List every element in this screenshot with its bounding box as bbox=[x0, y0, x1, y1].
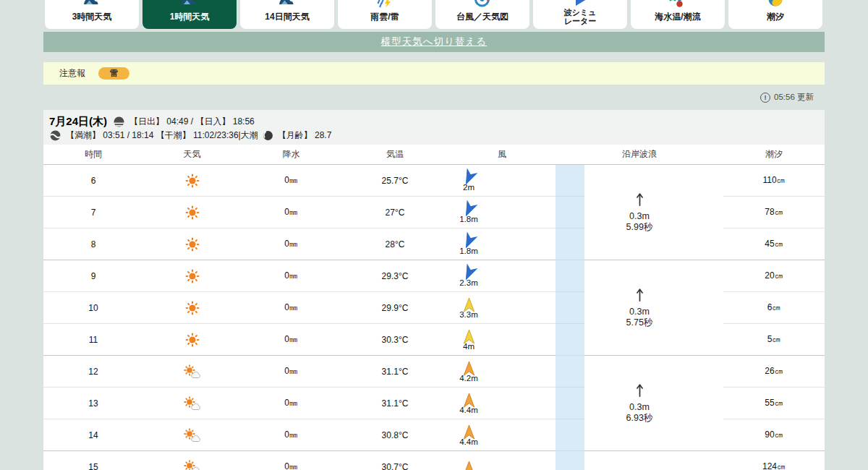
hourly-rows: 6 0㎜ 25.7°C 2m 7 0㎜ 27°C bbox=[43, 165, 556, 470]
sunrise-icon bbox=[113, 116, 125, 128]
tide-wave-icon bbox=[49, 129, 61, 142]
tab-label: 波シミュレーター bbox=[564, 9, 597, 26]
layout-switch-bar: 横型天気へ切り替える bbox=[43, 32, 825, 52]
col-header-weather: 天気 bbox=[143, 148, 241, 161]
wind-cell: 4.4m bbox=[448, 393, 556, 414]
wind-cell: 1.8m bbox=[448, 202, 556, 223]
advisory-label: 注意報 bbox=[59, 67, 85, 80]
wind-cell: 4.4m bbox=[448, 424, 556, 446]
wind-cell: 1.8m bbox=[448, 234, 556, 255]
tab-icon bbox=[473, 0, 492, 9]
time-cell: 12 bbox=[43, 367, 143, 377]
weather-icon bbox=[143, 269, 241, 283]
temp-cell: 25.7°C bbox=[341, 176, 448, 186]
precip-cell: 0㎜ bbox=[241, 461, 341, 470]
weather-icon bbox=[143, 301, 241, 315]
precip-cell: 0㎜ bbox=[241, 174, 341, 187]
col-header-wave: 沿岸波浪 bbox=[556, 148, 723, 161]
tide-cell: 45㎝ bbox=[723, 228, 825, 260]
wind-direction-icon bbox=[461, 265, 477, 281]
switch-layout-link[interactable]: 横型天気へ切り替える bbox=[381, 35, 487, 48]
tab-typhoon[interactable]: 台風／天気図 bbox=[435, 0, 529, 29]
wind-cell: 4m bbox=[448, 329, 556, 351]
weather-page: 3時間天気 1時間天気 14日間天気 雨雲/雷 台風／天気図 波シミュレーター bbox=[43, 0, 825, 470]
tab-label-line: レーター bbox=[564, 17, 597, 26]
time-cell: 8 bbox=[43, 239, 143, 249]
tab-icon bbox=[668, 0, 687, 9]
wave-direction-icon bbox=[635, 192, 644, 210]
update-time-label: 05:56 更新 bbox=[774, 92, 814, 103]
temp-cell: 30.8°C bbox=[341, 430, 448, 440]
wave-height-band bbox=[556, 165, 584, 470]
tab-14day[interactable]: 14日間天気 bbox=[240, 0, 334, 29]
time-cell: 14 bbox=[43, 430, 143, 440]
weather-icon bbox=[143, 237, 241, 252]
advisory-badge-thunder[interactable]: 雷 bbox=[98, 67, 129, 80]
time-cell: 10 bbox=[43, 303, 143, 313]
tab-label: 3時間天気 bbox=[72, 11, 112, 23]
forecast-table: 6 0㎜ 25.7°C 2m 7 0㎜ 27°C bbox=[43, 165, 825, 470]
temp-cell: 31.1°C bbox=[341, 367, 448, 377]
tide-cell: 110㎝ bbox=[723, 165, 825, 197]
date-label: 7月24日(木) bbox=[49, 115, 107, 129]
precip-cell: 0㎜ bbox=[241, 365, 341, 377]
temp-cell: 29.3°C bbox=[341, 271, 448, 281]
tide-cell: 26㎝ bbox=[723, 356, 825, 388]
tab-sea-temp[interactable]: 海水温/潮流 bbox=[631, 0, 725, 29]
table-row: 6 0㎜ 25.7°C 2m bbox=[43, 165, 556, 197]
tab-label: 潮汐 bbox=[767, 11, 784, 23]
update-time-row: ! 05:56 更新 bbox=[43, 85, 825, 110]
col-header-tide: 潮汐 bbox=[723, 148, 825, 161]
time-cell: 7 bbox=[43, 208, 143, 218]
weather-tab-bar: 3時間天気 1時間天気 14日間天気 雨雲/雷 台風／天気図 波シミュレーター bbox=[45, 0, 825, 29]
info-icon[interactable]: ! bbox=[760, 93, 770, 103]
tab-label: 台風／天気図 bbox=[456, 11, 509, 23]
precip-cell: 0㎜ bbox=[241, 333, 341, 346]
temp-cell: 27°C bbox=[341, 208, 448, 218]
time-cell: 11 bbox=[43, 335, 143, 345]
wind-cell: 4.2m bbox=[448, 361, 556, 383]
wind-direction-icon bbox=[461, 461, 477, 470]
table-row: 15 0㎜ 30.7°C bbox=[43, 451, 556, 470]
tide-cell: 6㎝ bbox=[723, 292, 825, 324]
col-header-temp: 気温 bbox=[341, 148, 448, 161]
wave-direction-icon bbox=[635, 287, 644, 305]
time-cell: 15 bbox=[43, 462, 143, 470]
weather-icon bbox=[143, 333, 241, 347]
tide-cell: 124㎝ bbox=[723, 451, 825, 470]
table-row: 14 0㎜ 30.8°C 4.4m bbox=[43, 419, 556, 451]
temp-cell: 28°C bbox=[341, 239, 448, 249]
time-cell: 9 bbox=[43, 271, 143, 281]
precip-cell: 0㎜ bbox=[241, 206, 341, 218]
precip-cell: 0㎜ bbox=[241, 397, 341, 409]
precip-cell: 0㎜ bbox=[241, 302, 341, 314]
wind-cell: 2.3m bbox=[448, 265, 556, 287]
moon-age: 【月齢】 28.7 bbox=[278, 129, 332, 142]
table-row: 13 0㎜ 31.1°C 4.4m bbox=[43, 388, 556, 419]
tab-3hour[interactable]: 3時間天気 bbox=[45, 0, 139, 29]
tab-icon bbox=[180, 0, 199, 9]
date-header: 7月24日(木) 【日出】 04:49 / 【日入】 18:56 bbox=[43, 110, 825, 145]
wind-cell bbox=[448, 461, 556, 470]
wind-direction-icon bbox=[461, 234, 477, 249]
tide-cell: 78㎝ bbox=[723, 197, 825, 228]
weather-icon bbox=[143, 205, 241, 220]
tab-icon bbox=[82, 0, 101, 9]
moon-icon bbox=[263, 130, 273, 141]
table-row: 7 0㎜ 27°C 1.8m bbox=[43, 197, 556, 228]
wind-direction-icon bbox=[461, 361, 477, 376]
tide-cell: 55㎝ bbox=[723, 388, 825, 419]
wind-direction-icon bbox=[461, 424, 477, 440]
advisory-bar: 注意報 雷 bbox=[43, 62, 825, 85]
wind-cell: 2m bbox=[448, 170, 556, 192]
tab-wave-sim[interactable]: 波シミュレーター bbox=[533, 0, 627, 29]
tab-tide[interactable]: 潮汐 bbox=[728, 0, 822, 29]
tab-raincloud[interactable]: 雨雲/雷 bbox=[338, 0, 432, 29]
tide-column: 110㎝78㎝45㎝20㎝6㎝5㎝26㎝55㎝90㎝124㎝ bbox=[723, 165, 825, 470]
time-cell: 6 bbox=[43, 176, 143, 186]
wave-height-label: 0.3m bbox=[629, 211, 650, 222]
coastal-wave-column: 0.3m 5.99秒 0.3m 5.75秒 0.3m 6.93秒 bbox=[556, 165, 723, 470]
tide-times: 【満潮】 03:51 / 18:14 【干潮】 11:02/23:36|大潮 bbox=[66, 129, 258, 142]
tab-1hour[interactable]: 1時間天気 bbox=[142, 0, 237, 29]
wave-height-label: 0.3m bbox=[629, 307, 650, 317]
